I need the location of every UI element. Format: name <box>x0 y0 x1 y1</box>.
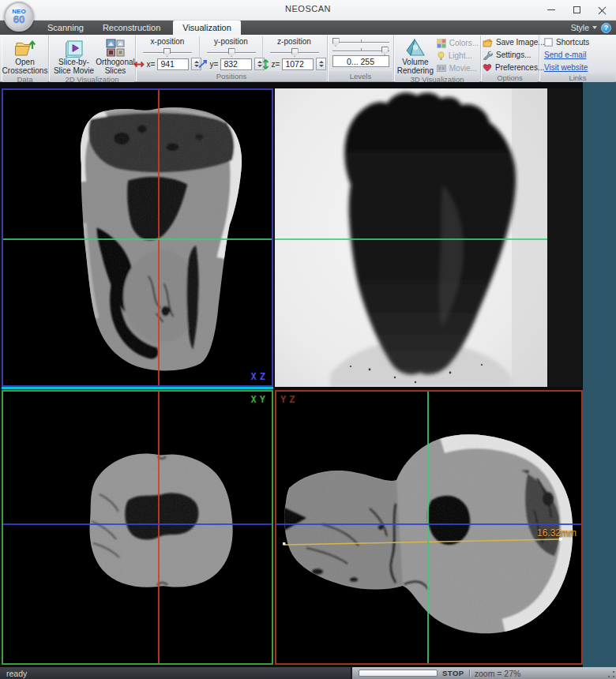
tab-visualization[interactable]: Visualization <box>173 21 241 35</box>
xz-scan-image <box>3 90 272 385</box>
xz-view[interactable]: XZ <box>2 88 273 387</box>
orthogonal-slices-icon <box>106 38 126 58</box>
resize-grip[interactable] <box>607 670 614 677</box>
y-position-input[interactable] <box>220 58 252 70</box>
settings-button[interactable]: Settings... <box>483 49 545 61</box>
xy-y-crosshair[interactable] <box>3 523 272 525</box>
progress-bar <box>359 670 438 677</box>
group-positions-title: Positions <box>137 71 326 81</box>
measurement-endpoint-left[interactable] <box>283 542 285 545</box>
maximize-button[interactable] <box>564 0 589 19</box>
close-icon <box>598 6 607 14</box>
style-dropdown[interactable]: Style <box>571 23 597 32</box>
x-position-input[interactable] <box>157 58 189 70</box>
status-separator <box>469 670 470 677</box>
open-crossections-button[interactable]: Open Crossections <box>3 36 47 75</box>
z-position-spinner[interactable] <box>316 58 326 70</box>
movie-icon <box>437 64 446 73</box>
yz-view-label: YZ <box>280 394 298 405</box>
window-controls <box>539 0 614 19</box>
yz-view[interactable]: YZ 16.32mm <box>275 390 583 665</box>
movie-button[interactable]: Movie... <box>437 62 479 74</box>
z-position-slider[interactable] <box>270 47 319 57</box>
preferences-button[interactable]: Preferences... <box>483 62 545 73</box>
close-button[interactable] <box>589 0 614 19</box>
slider-tick <box>361 48 362 51</box>
slider-thumb[interactable] <box>291 48 299 57</box>
status-message: ready <box>6 669 27 678</box>
light-label: Light... <box>449 51 472 60</box>
y-position-control: y-position y= <box>199 36 262 71</box>
tab-scanning[interactable]: Scanning <box>38 21 93 35</box>
measurement-value: 16.32mm <box>537 527 577 538</box>
slider-thumb[interactable] <box>228 48 235 57</box>
z-prefix: z= <box>272 60 280 69</box>
status-tools-pane: STOP zoom = 27% <box>352 667 616 679</box>
slider-thumb[interactable] <box>163 48 171 57</box>
light-button[interactable]: Light... <box>437 50 479 62</box>
visit-website-label: Visit website <box>544 63 588 72</box>
slice-movie-icon <box>64 38 85 58</box>
slider-thumb[interactable] <box>381 47 389 55</box>
visit-website-link[interactable]: Visit website <box>544 62 589 73</box>
stop-button[interactable]: STOP <box>442 669 464 677</box>
statusbar: ready STOP zoom = 27% <box>0 667 616 679</box>
light-icon <box>437 51 445 61</box>
level-max-slider[interactable] <box>332 46 389 54</box>
projection-z-crosshair[interactable] <box>275 238 547 240</box>
group-2d-visualization: Slice-by-Slice Movie <box>49 36 136 81</box>
yz-z-crosshair[interactable] <box>427 392 429 663</box>
colors-icon <box>437 39 446 48</box>
yz-y-crosshair[interactable] <box>276 523 581 525</box>
xy-view-label: XY <box>251 394 269 405</box>
y-axis-icon <box>197 60 208 69</box>
volume-rendering-button[interactable]: Volume Rendering <box>396 36 435 75</box>
viewport-background-strip <box>583 82 616 667</box>
group-options: Save Image... Settings... Preferences... <box>481 36 539 81</box>
y-position-header: y-position <box>214 37 248 47</box>
minimize-button[interactable] <box>539 0 564 19</box>
xy-view[interactable]: XY <box>2 390 273 665</box>
levels-range-box[interactable]: 0... 255 <box>332 55 389 67</box>
level-min-slider[interactable] <box>332 37 389 46</box>
z-position-input[interactable] <box>282 58 314 70</box>
movie-label: Movie... <box>449 64 477 73</box>
group-3d-visualization: Volume Rendering Colors... <box>394 36 481 81</box>
slice-by-slice-movie-button[interactable]: Slice-by-Slice Movie <box>51 36 97 75</box>
projection-image <box>275 88 547 387</box>
orthogonal-slices-button[interactable]: Orthogonal Slices <box>97 36 133 75</box>
ribbon: Open Crossections Data Slice-by-Slice Mo… <box>0 35 616 82</box>
yz-scan-image <box>276 392 581 663</box>
slice-movie-label: Slice-by-Slice Movie <box>51 58 97 75</box>
logo-text-bottom: 60 <box>13 15 24 24</box>
y-prefix: y= <box>210 60 219 69</box>
tab-reconstruction[interactable]: Reconstruction <box>93 21 170 35</box>
xy-x-crosshair[interactable] <box>158 392 160 663</box>
save-image-button[interactable]: Save Image... <box>483 36 545 48</box>
xz-x-crosshair[interactable] <box>158 90 160 385</box>
projection-view[interactable] <box>275 88 547 387</box>
slider-tick <box>361 39 362 43</box>
minimize-icon <box>547 9 555 10</box>
settings-label: Settings... <box>496 51 531 59</box>
save-image-label: Save Image... <box>496 38 545 47</box>
x-position-slider[interactable] <box>143 47 192 57</box>
colors-button[interactable]: Colors... <box>437 37 479 49</box>
send-email-label: Send e-mail <box>544 51 586 59</box>
app-window: NEOSCAN NEO 60 Scanning Reconstruction V… <box>0 0 616 679</box>
app-menu-logo[interactable]: NEO 60 <box>4 2 34 32</box>
send-email-link[interactable]: Send e-mail <box>544 49 589 61</box>
xz-z-crosshair[interactable] <box>3 238 272 240</box>
status-message-pane: ready <box>0 667 352 679</box>
z-position-control: z-position z= <box>262 36 325 71</box>
chevron-down-icon <box>592 26 597 29</box>
group-options-title: Options <box>482 73 538 82</box>
shortcuts-toggle[interactable]: Shortcuts <box>544 36 589 48</box>
y-position-slider[interactable] <box>207 47 256 57</box>
shortcuts-label: Shortcuts <box>556 38 589 47</box>
group-levels: 0... 255 Levels <box>328 36 394 81</box>
group-positions: x-position x= <box>136 36 328 81</box>
group-levels-title: Levels <box>329 71 393 81</box>
help-icon[interactable]: ? <box>601 23 611 33</box>
z-axis-icon <box>262 59 269 69</box>
